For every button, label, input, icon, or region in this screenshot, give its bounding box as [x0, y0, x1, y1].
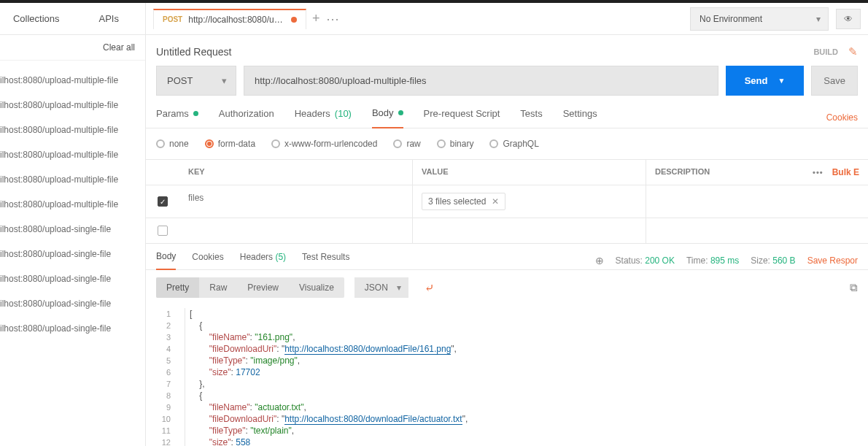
eye-icon: 👁: [844, 14, 853, 24]
tab-authorization[interactable]: Authorization: [219, 108, 274, 128]
key-input[interactable]: files: [179, 185, 413, 218]
history-item[interactable]: ilhost:8080/upload-multiple-file: [0, 93, 145, 118]
request-tab[interactable]: POST http://localhost:8080/upload-...: [153, 9, 306, 29]
sidebar-tab-collections[interactable]: Collections: [0, 3, 73, 34]
chevron-down-icon: ▼: [778, 77, 785, 85]
tab-headers[interactable]: Headers (10): [295, 108, 352, 128]
response-tab-cookies[interactable]: Cookies: [192, 252, 223, 269]
view-raw[interactable]: Raw: [199, 277, 237, 298]
history-item[interactable]: ilhost:8080/upload-single-file: [0, 291, 145, 316]
tab-params[interactable]: Params: [156, 108, 198, 128]
build-mode-button[interactable]: BUILD: [813, 47, 838, 56]
body-type-none[interactable]: none: [156, 139, 189, 149]
request-title[interactable]: Untitled Request: [156, 46, 232, 58]
form-data-table: KEY VALUE DESCRIPTION •••Bulk E ✓ files …: [146, 160, 868, 244]
radio-icon: [271, 139, 280, 148]
environment-select[interactable]: No Environment: [690, 7, 829, 31]
format-select[interactable]: JSON: [354, 277, 408, 298]
radio-icon: [489, 139, 498, 148]
view-visualize[interactable]: Visualize: [289, 277, 344, 298]
value-input[interactable]: [413, 218, 646, 243]
sidebar-tab-apis[interactable]: APIs: [73, 3, 146, 34]
radio-icon: [205, 139, 214, 148]
description-input[interactable]: [646, 185, 802, 218]
body-type-raw[interactable]: raw: [393, 139, 420, 149]
response-body[interactable]: 1[2 {3 "fileName": "161.png",4 "fileDown…: [146, 305, 868, 446]
column-key: KEY: [179, 160, 413, 185]
history-item[interactable]: ilhost:8080/upload-single-file: [0, 266, 145, 291]
body-type-binary[interactable]: binary: [437, 139, 474, 149]
radio-icon: [437, 139, 446, 148]
send-label: Send: [745, 75, 768, 86]
tab-title: http://localhost:8080/upload-...: [188, 15, 285, 25]
table-row-empty: [146, 218, 868, 243]
time-meta: Time: 895 ms: [686, 255, 739, 266]
method-select[interactable]: POST: [156, 66, 236, 96]
response-tab-headers[interactable]: Headers (5): [240, 252, 286, 269]
send-button[interactable]: Send▼: [726, 66, 805, 96]
history-item[interactable]: ilhost:8080/upload-multiple-file: [0, 68, 145, 93]
params-indicator-icon: [193, 111, 198, 116]
column-value: VALUE: [413, 160, 646, 185]
value-input[interactable]: 3 files selected✕: [413, 185, 646, 218]
row-checkbox[interactable]: [158, 226, 168, 236]
size-meta: Size: 560 B: [751, 255, 795, 266]
history-item[interactable]: ilhost:8080/upload-multiple-file: [0, 192, 145, 217]
comments-icon[interactable]: ✎: [848, 45, 858, 58]
dirty-indicator-icon: [291, 17, 297, 23]
tab-prerequest[interactable]: Pre-request Script: [424, 108, 500, 128]
body-type-x-www-form-urlencoded[interactable]: x-www-form-urlencoded: [271, 139, 377, 149]
save-response-button[interactable]: Save Respor: [807, 255, 858, 266]
body-indicator-icon: [398, 110, 403, 115]
history-item[interactable]: ilhost:8080/upload-single-file: [0, 217, 145, 242]
row-checkbox[interactable]: ✓: [158, 196, 168, 207]
status-meta: Status: 200 OK: [616, 255, 675, 266]
sidebar: Collections APIs Clear all ilhost:8080/u…: [0, 3, 146, 446]
response-tab-body[interactable]: Body: [156, 251, 176, 270]
body-type-selector: noneform-datax-www-form-urlencodedrawbin…: [146, 128, 868, 160]
save-button[interactable]: Save: [811, 66, 858, 96]
network-icon[interactable]: ⊕: [595, 255, 604, 266]
tab-tests[interactable]: Tests: [520, 108, 542, 128]
url-input[interactable]: [244, 66, 718, 96]
body-type-GraphQL[interactable]: GraphQL: [489, 139, 538, 149]
history-item[interactable]: ilhost:8080/upload-single-file: [0, 242, 145, 266]
history-list[interactable]: ilhost:8080/upload-multiple-fileilhost:8…: [0, 61, 145, 446]
table-options-button[interactable]: •••: [813, 168, 824, 177]
response-tab-test-results[interactable]: Test Results: [302, 252, 349, 269]
history-item[interactable]: ilhost:8080/upload-single-file: [0, 316, 145, 341]
description-input[interactable]: [646, 218, 802, 243]
view-preview[interactable]: Preview: [237, 277, 289, 298]
new-tab-button[interactable]: +: [312, 11, 320, 26]
environment-quicklook-button[interactable]: 👁: [836, 9, 861, 29]
tab-bar: POST http://localhost:8080/upload-... + …: [146, 3, 868, 35]
tab-more-button[interactable]: ⋯: [326, 11, 339, 27]
key-input[interactable]: [179, 218, 413, 243]
table-row: ✓ files 3 files selected✕: [146, 185, 868, 218]
radio-icon: [156, 139, 165, 148]
clear-all-button[interactable]: Clear all: [103, 42, 135, 53]
clear-files-icon[interactable]: ✕: [492, 196, 499, 207]
tab-settings[interactable]: Settings: [563, 108, 597, 128]
history-item[interactable]: ilhost:8080/upload-multiple-file: [0, 167, 145, 192]
body-type-form-data[interactable]: form-data: [205, 139, 255, 149]
history-item[interactable]: ilhost:8080/upload-multiple-file: [0, 142, 145, 167]
copy-button[interactable]: ⧉: [850, 281, 858, 294]
radio-icon: [393, 139, 402, 148]
column-description: DESCRIPTION: [646, 160, 802, 185]
view-pretty[interactable]: Pretty: [156, 277, 199, 298]
bulk-edit-button[interactable]: Bulk E: [832, 167, 859, 177]
method-badge: POST: [163, 15, 182, 23]
tab-body[interactable]: Body: [372, 107, 403, 128]
wrap-lines-button[interactable]: ⤶: [419, 278, 440, 298]
cookies-link[interactable]: Cookies: [826, 112, 858, 123]
view-mode-group: PrettyRawPreviewVisualize: [156, 277, 344, 298]
history-item[interactable]: ilhost:8080/upload-multiple-file: [0, 118, 145, 142]
